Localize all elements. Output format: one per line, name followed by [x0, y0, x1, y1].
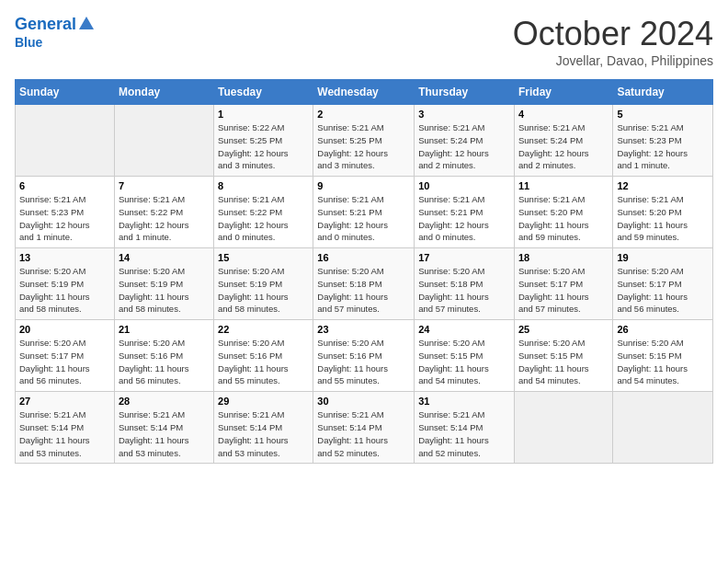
calendar-cell: 20Sunrise: 5:20 AM Sunset: 5:17 PM Dayli… — [16, 320, 115, 392]
day-number: 31 — [418, 396, 510, 407]
calendar-cell: 1Sunrise: 5:22 AM Sunset: 5:25 PM Daylig… — [214, 105, 313, 177]
day-detail: Sunrise: 5:20 AM Sunset: 5:17 PM Dayligh… — [518, 265, 609, 316]
calendar-cell — [514, 392, 612, 464]
logo-general: General — [15, 15, 76, 34]
logo-triangle-icon — [79, 17, 94, 29]
calendar-cell: 18Sunrise: 5:20 AM Sunset: 5:17 PM Dayli… — [514, 248, 612, 320]
day-number: 11 — [518, 180, 609, 191]
calendar-cell: 11Sunrise: 5:21 AM Sunset: 5:20 PM Dayli… — [514, 177, 612, 248]
day-number: 19 — [617, 252, 709, 263]
weekday-header-friday: Friday — [514, 80, 612, 105]
day-detail: Sunrise: 5:20 AM Sunset: 5:16 PM Dayligh… — [317, 337, 410, 387]
day-detail: Sunrise: 5:22 AM Sunset: 5:25 PM Dayligh… — [218, 121, 309, 172]
day-number: 5 — [617, 109, 709, 120]
day-number: 24 — [418, 324, 510, 335]
day-detail: Sunrise: 5:21 AM Sunset: 5:14 PM Dayligh… — [317, 408, 410, 459]
calendar-cell: 2Sunrise: 5:21 AM Sunset: 5:25 PM Daylig… — [313, 105, 415, 177]
day-detail: Sunrise: 5:21 AM Sunset: 5:25 PM Dayligh… — [317, 121, 410, 172]
calendar-cell: 15Sunrise: 5:20 AM Sunset: 5:19 PM Dayli… — [214, 248, 313, 320]
calendar-cell: 31Sunrise: 5:21 AM Sunset: 5:14 PM Dayli… — [415, 392, 515, 464]
calendar-week-3: 13Sunrise: 5:20 AM Sunset: 5:19 PM Dayli… — [16, 248, 713, 320]
day-number: 28 — [119, 396, 210, 407]
day-detail: Sunrise: 5:21 AM Sunset: 5:23 PM Dayligh… — [617, 121, 709, 172]
calendar-table: SundayMondayTuesdayWednesdayThursdayFrid… — [15, 79, 713, 464]
day-number: 14 — [119, 252, 210, 263]
calendar-cell: 26Sunrise: 5:20 AM Sunset: 5:15 PM Dayli… — [613, 320, 713, 392]
day-number: 6 — [19, 180, 110, 191]
day-number: 30 — [317, 396, 410, 407]
day-detail: Sunrise: 5:20 AM Sunset: 5:19 PM Dayligh… — [19, 265, 110, 316]
day-number: 16 — [317, 252, 410, 263]
day-detail: Sunrise: 5:20 AM Sunset: 5:15 PM Dayligh… — [617, 337, 709, 387]
weekday-header-monday: Monday — [114, 80, 213, 105]
calendar-cell: 27Sunrise: 5:21 AM Sunset: 5:14 PM Dayli… — [16, 392, 115, 464]
calendar-cell: 13Sunrise: 5:20 AM Sunset: 5:19 PM Dayli… — [16, 248, 115, 320]
day-detail: Sunrise: 5:20 AM Sunset: 5:15 PM Dayligh… — [418, 337, 510, 387]
day-detail: Sunrise: 5:21 AM Sunset: 5:20 PM Dayligh… — [617, 193, 709, 244]
calendar-cell: 5Sunrise: 5:21 AM Sunset: 5:23 PM Daylig… — [613, 105, 713, 177]
day-detail: Sunrise: 5:20 AM Sunset: 5:16 PM Dayligh… — [119, 337, 210, 387]
day-number: 13 — [19, 252, 110, 263]
day-detail: Sunrise: 5:20 AM Sunset: 5:19 PM Dayligh… — [119, 265, 210, 316]
day-number: 12 — [617, 180, 709, 191]
day-number: 17 — [418, 252, 510, 263]
calendar-cell: 19Sunrise: 5:20 AM Sunset: 5:17 PM Dayli… — [613, 248, 713, 320]
day-detail: Sunrise: 5:21 AM Sunset: 5:24 PM Dayligh… — [518, 121, 609, 172]
calendar-cell: 7Sunrise: 5:21 AM Sunset: 5:22 PM Daylig… — [114, 177, 213, 248]
calendar-cell: 28Sunrise: 5:21 AM Sunset: 5:14 PM Dayli… — [114, 392, 213, 464]
calendar-cell: 14Sunrise: 5:20 AM Sunset: 5:19 PM Dayli… — [114, 248, 213, 320]
calendar-cell: 8Sunrise: 5:21 AM Sunset: 5:22 PM Daylig… — [214, 177, 313, 248]
day-number: 10 — [418, 180, 510, 191]
day-number: 4 — [518, 109, 609, 120]
day-number: 7 — [119, 180, 210, 191]
day-detail: Sunrise: 5:21 AM Sunset: 5:23 PM Dayligh… — [19, 193, 110, 244]
calendar-week-2: 6Sunrise: 5:21 AM Sunset: 5:23 PM Daylig… — [16, 177, 713, 248]
day-number: 3 — [418, 109, 510, 120]
calendar-cell: 3Sunrise: 5:21 AM Sunset: 5:24 PM Daylig… — [415, 105, 515, 177]
header: General Blue October 2024 Jovellar, Dava… — [15, 15, 713, 68]
calendar-cell: 10Sunrise: 5:21 AM Sunset: 5:21 PM Dayli… — [415, 177, 515, 248]
day-detail: Sunrise: 5:20 AM Sunset: 5:17 PM Dayligh… — [617, 265, 709, 316]
day-number: 21 — [119, 324, 210, 335]
day-detail: Sunrise: 5:20 AM Sunset: 5:16 PM Dayligh… — [218, 337, 309, 387]
calendar-cell — [16, 105, 115, 177]
calendar-cell: 30Sunrise: 5:21 AM Sunset: 5:14 PM Dayli… — [313, 392, 415, 464]
calendar-week-5: 27Sunrise: 5:21 AM Sunset: 5:14 PM Dayli… — [16, 392, 713, 464]
day-number: 25 — [518, 324, 609, 335]
logo: General Blue — [15, 15, 94, 51]
day-detail: Sunrise: 5:21 AM Sunset: 5:14 PM Dayligh… — [218, 408, 309, 459]
calendar-cell: 21Sunrise: 5:20 AM Sunset: 5:16 PM Dayli… — [114, 320, 213, 392]
calendar-cell: 12Sunrise: 5:21 AM Sunset: 5:20 PM Dayli… — [613, 177, 713, 248]
calendar-week-4: 20Sunrise: 5:20 AM Sunset: 5:17 PM Dayli… — [16, 320, 713, 392]
calendar-cell: 29Sunrise: 5:21 AM Sunset: 5:14 PM Dayli… — [214, 392, 313, 464]
day-number: 26 — [617, 324, 709, 335]
day-detail: Sunrise: 5:21 AM Sunset: 5:14 PM Dayligh… — [19, 408, 110, 459]
calendar-cell — [613, 392, 713, 464]
weekday-header-thursday: Thursday — [415, 80, 515, 105]
location-subtitle: Jovellar, Davao, Philippines — [513, 53, 713, 68]
weekday-header-tuesday: Tuesday — [214, 80, 313, 105]
calendar-cell: 23Sunrise: 5:20 AM Sunset: 5:16 PM Dayli… — [313, 320, 415, 392]
day-number: 2 — [317, 109, 410, 120]
weekday-header-wednesday: Wednesday — [313, 80, 415, 105]
calendar-cell: 16Sunrise: 5:20 AM Sunset: 5:18 PM Dayli… — [313, 248, 415, 320]
calendar-cell: 25Sunrise: 5:20 AM Sunset: 5:15 PM Dayli… — [514, 320, 612, 392]
calendar-cell: 4Sunrise: 5:21 AM Sunset: 5:24 PM Daylig… — [514, 105, 612, 177]
day-number: 23 — [317, 324, 410, 335]
day-detail: Sunrise: 5:20 AM Sunset: 5:18 PM Dayligh… — [418, 265, 510, 316]
day-number: 29 — [218, 396, 309, 407]
calendar-cell — [114, 105, 213, 177]
day-number: 9 — [317, 180, 410, 191]
day-detail: Sunrise: 5:21 AM Sunset: 5:14 PM Dayligh… — [418, 408, 510, 459]
day-number: 15 — [218, 252, 309, 263]
day-number: 20 — [19, 324, 110, 335]
weekday-header-sunday: Sunday — [16, 80, 115, 105]
day-detail: Sunrise: 5:21 AM Sunset: 5:22 PM Dayligh… — [218, 193, 309, 244]
day-detail: Sunrise: 5:21 AM Sunset: 5:24 PM Dayligh… — [418, 121, 510, 172]
calendar-cell: 24Sunrise: 5:20 AM Sunset: 5:15 PM Dayli… — [415, 320, 515, 392]
day-number: 18 — [518, 252, 609, 263]
weekday-header-saturday: Saturday — [613, 80, 713, 105]
day-number: 8 — [218, 180, 309, 191]
day-detail: Sunrise: 5:20 AM Sunset: 5:19 PM Dayligh… — [218, 265, 309, 316]
calendar-cell: 17Sunrise: 5:20 AM Sunset: 5:18 PM Dayli… — [415, 248, 515, 320]
